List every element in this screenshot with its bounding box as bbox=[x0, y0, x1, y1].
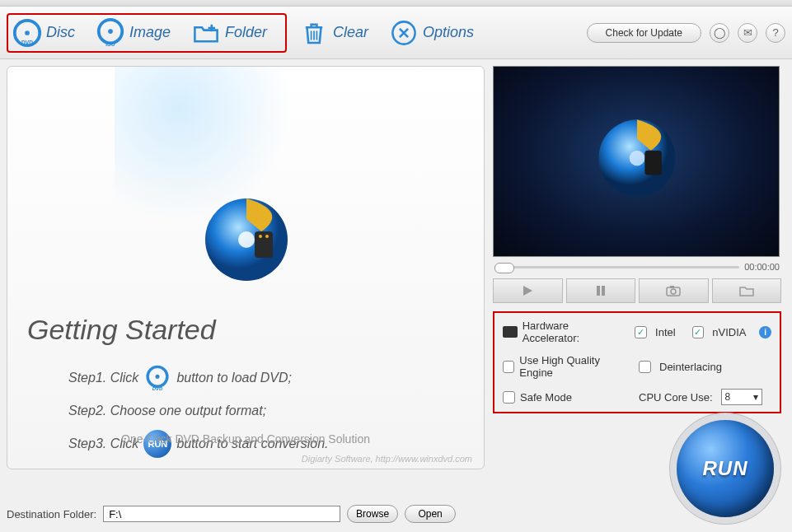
folder-plus-icon bbox=[190, 17, 222, 49]
credit: Digiarty Software, http://www.winxdvd.co… bbox=[7, 454, 484, 464]
browse-button[interactable]: Browse bbox=[347, 505, 398, 523]
run-button-label: RUN bbox=[703, 457, 748, 480]
footer: Destination Folder: Browse Open bbox=[0, 496, 792, 532]
getting-started-title: Getting Started bbox=[27, 314, 216, 346]
deinterlacing-checkbox[interactable] bbox=[639, 361, 651, 373]
pause-button[interactable] bbox=[566, 278, 636, 303]
svg-point-16 bbox=[630, 151, 645, 166]
disc-button[interactable]: DVD Disc bbox=[7, 14, 80, 52]
toolbar-right: Check for Update ◯ ✉ ? bbox=[587, 23, 785, 43]
cpu-core-label: CPU Core Use: bbox=[639, 391, 713, 404]
destination-input[interactable] bbox=[103, 506, 340, 522]
account-icon[interactable]: ◯ bbox=[710, 23, 729, 43]
nvidia-label: nVIDIA bbox=[712, 326, 746, 338]
intel-checkbox[interactable] bbox=[635, 326, 647, 338]
trash-icon bbox=[298, 17, 330, 49]
svg-point-21 bbox=[671, 289, 676, 294]
chevron-down-icon: ▾ bbox=[753, 391, 758, 403]
hw-accel-row: Hardware Accelerator: Intel nVIDIA i bbox=[503, 320, 771, 344]
open-button[interactable]: Open bbox=[405, 505, 456, 523]
left-panel: Getting Started Step1. Click DVD button … bbox=[7, 66, 485, 469]
title-bar bbox=[0, 0, 792, 7]
clear-button[interactable]: Clear bbox=[293, 14, 373, 52]
nvidia-checkbox[interactable] bbox=[692, 326, 705, 338]
steps: Step1. Click DVD button to load DVD; Ste… bbox=[68, 362, 328, 460]
safe-cpu-row: Safe Mode CPU Core Use: 8▾ bbox=[503, 389, 771, 405]
main-area: Getting Started Step1. Click DVD button … bbox=[0, 59, 792, 488]
step1-text-a: Step1. Click bbox=[68, 365, 138, 391]
conversion-settings: Hardware Accelerator: Intel nVIDIA i Use… bbox=[493, 311, 781, 413]
help-icon[interactable]: ? bbox=[766, 23, 785, 43]
options-icon bbox=[388, 17, 419, 49]
safe-mode-label: Safe Mode bbox=[520, 391, 572, 404]
mail-icon[interactable]: ✉ bbox=[738, 23, 757, 43]
cpu-core-select[interactable]: 8▾ bbox=[721, 389, 762, 405]
destination-label: Destination Folder: bbox=[7, 508, 96, 520]
svg-text:ISO: ISO bbox=[105, 41, 115, 47]
timecode: 00:00:00 bbox=[744, 262, 780, 272]
disc-label: Disc bbox=[46, 24, 75, 41]
chip-icon bbox=[503, 326, 518, 338]
timeline: 00:00:00 bbox=[493, 257, 781, 277]
slogan: One-Click DVD Backup and Conversion Solu… bbox=[7, 432, 484, 446]
right-panel: 00:00:00 Hardware Accelerator: Intel nVI… bbox=[493, 66, 781, 481]
seek-slider[interactable] bbox=[494, 266, 739, 268]
image-label: Image bbox=[129, 24, 171, 41]
image-button[interactable]: ISO Image bbox=[90, 14, 176, 52]
options-button[interactable]: Options bbox=[383, 14, 479, 52]
safe-mode-checkbox[interactable] bbox=[503, 391, 515, 404]
step-1: Step1. Click DVD button to load DVD; bbox=[68, 362, 328, 394]
step-2: Step2. Choose one output format; bbox=[68, 394, 328, 427]
svg-rect-18 bbox=[597, 286, 600, 296]
hq-engine-label: Use High Quality Engine bbox=[519, 354, 630, 379]
svg-point-10 bbox=[259, 235, 262, 238]
dvd-disc-icon: DVD bbox=[12, 17, 43, 49]
iso-image-icon: ISO bbox=[95, 17, 126, 49]
svg-rect-22 bbox=[670, 286, 674, 288]
cpu-core-value: 8 bbox=[725, 391, 731, 403]
dvd-mini-icon: DVD bbox=[143, 364, 171, 392]
step1-text-b: button to load DVD; bbox=[176, 365, 292, 391]
check-update-button[interactable]: Check for Update bbox=[587, 23, 701, 43]
quality-row: Use High Quality Engine Deinterlacing bbox=[503, 354, 771, 379]
svg-text:DVD: DVD bbox=[21, 40, 33, 45]
preview-disc-logo bbox=[591, 112, 683, 204]
deinterlacing-label: Deinterlacing bbox=[659, 361, 722, 373]
hw-accel-label: Hardware Accelerator: bbox=[523, 320, 627, 344]
svg-rect-19 bbox=[602, 286, 605, 296]
play-button[interactable] bbox=[493, 278, 563, 303]
svg-rect-17 bbox=[644, 151, 662, 175]
player-controls bbox=[493, 278, 781, 303]
product-disc-logo bbox=[197, 190, 296, 289]
toolbar: DVD Disc ISO Image Folder Clear Options … bbox=[0, 7, 792, 59]
options-label: Options bbox=[423, 24, 474, 41]
svg-point-4 bbox=[108, 29, 113, 34]
svg-point-8 bbox=[238, 231, 255, 248]
folder-button[interactable]: Folder bbox=[185, 14, 272, 52]
info-icon[interactable]: i bbox=[759, 326, 771, 338]
intel-label: Intel bbox=[655, 326, 676, 338]
folder-label: Folder bbox=[225, 24, 267, 41]
snapshot-button[interactable] bbox=[639, 278, 709, 303]
open-folder-button[interactable] bbox=[712, 278, 782, 303]
svg-text:DVD: DVD bbox=[152, 386, 163, 391]
svg-point-13 bbox=[156, 375, 160, 379]
svg-rect-9 bbox=[255, 231, 273, 258]
hq-engine-checkbox[interactable] bbox=[503, 361, 514, 373]
svg-point-1 bbox=[25, 30, 30, 35]
step2-text: Step2. Choose one output format; bbox=[68, 398, 266, 424]
preview-window bbox=[493, 66, 780, 257]
clear-label: Clear bbox=[333, 24, 368, 41]
svg-point-11 bbox=[265, 235, 269, 238]
